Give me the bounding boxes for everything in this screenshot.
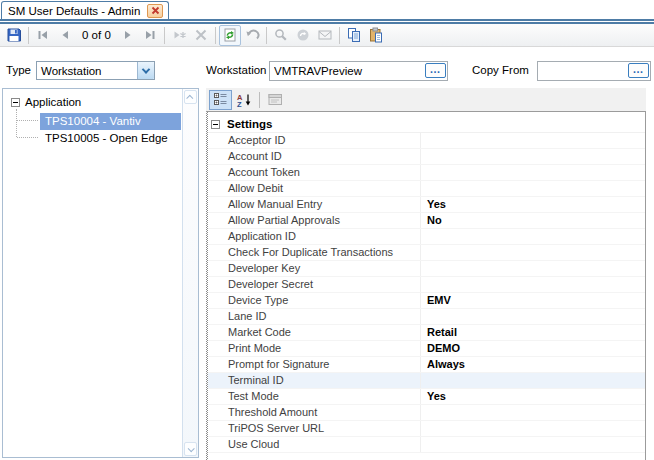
property-pages-button[interactable] [264,90,287,110]
previous-record-button[interactable] [54,25,76,46]
tree-root-application[interactable]: Application [11,96,81,108]
workstation-input[interactable] [269,61,448,81]
tab-sm-user-defaults[interactable]: SM User Defaults - Admin [1,1,169,19]
type-dropdown-button[interactable] [137,62,154,79]
property-row[interactable]: Device Type EMV [206,293,645,309]
property-row[interactable]: Account Token [206,165,645,181]
last-record-button[interactable] [139,25,161,46]
property-row-indent [206,309,224,324]
property-name: Prompt for Signature [224,357,421,372]
tree-scrollbar[interactable] [182,89,198,457]
collapse-icon[interactable] [11,98,20,107]
first-record-button[interactable] [32,25,54,46]
tab-close-button[interactable] [147,4,163,18]
property-value [421,165,645,180]
app-window: SM User Defaults - Admin [0,0,654,460]
property-row-indent [206,325,224,340]
alphabetical-sort-button[interactable]: A Z [232,90,255,110]
property-row[interactable]: Terminal ID [206,373,645,389]
paste-icon [368,27,384,43]
refresh-icon [222,27,238,43]
categorized-icon [214,93,227,106]
email-icon [317,27,333,43]
toolbar-separator [164,27,165,44]
property-name: Account ID [224,149,421,164]
category-row-settings[interactable]: Settings [206,116,645,133]
property-grid-toolbar: A Z [206,88,646,111]
property-row-indent [206,341,224,356]
last-record-icon [142,27,158,43]
property-value [421,181,645,196]
scroll-down-button[interactable] [184,442,197,456]
property-row[interactable]: Developer Secret [206,277,645,293]
property-row[interactable]: Check For Duplicate Transactions [206,245,645,261]
property-row[interactable]: Acceptor ID [206,133,645,149]
collapse-icon[interactable] [211,120,220,129]
workstation-label: Workstation [206,64,267,76]
new-record-button[interactable] [168,25,190,46]
property-value: Always [421,357,645,372]
delete-record-button[interactable] [190,25,212,46]
property-rows: Acceptor ID Account ID Account Token All… [206,133,645,453]
tree-item[interactable]: TPS10004 - Vantiv [40,113,181,130]
property-name: Market Code [224,325,421,340]
property-pages-icon [268,93,283,106]
property-name: Application ID [224,229,421,244]
email-button[interactable] [314,25,336,46]
refresh-button[interactable] [219,25,241,46]
property-row[interactable]: Threshold Amount [206,405,645,421]
undo-button[interactable] [241,25,263,46]
property-name: Account Token [224,165,421,180]
paste-button[interactable] [365,25,387,46]
save-icon [6,27,22,43]
property-value: No [421,213,645,228]
new-record-icon [171,27,187,43]
print-preview-button[interactable] [270,25,292,46]
copy-from-browse-button[interactable]: … [628,63,649,78]
property-row[interactable]: Lane ID [206,309,645,325]
property-row[interactable]: Application ID [206,229,645,245]
property-row[interactable]: Allow Partial Approvals No [206,213,645,229]
property-name: Print Mode [224,341,421,356]
tree-item[interactable]: TPS10005 - Open Edge [40,130,181,147]
property-row-indent [206,229,224,244]
property-row[interactable]: Account ID [206,149,645,165]
property-row[interactable]: Test Mode Yes [206,389,645,405]
copy-from-label: Copy From [472,64,529,76]
chevron-down-icon [188,445,195,452]
tab-underline-top [0,19,654,21]
property-row-indent [206,165,224,180]
property-row[interactable]: Allow Debit [206,181,645,197]
property-name: Developer Key [224,261,421,276]
type-select[interactable]: Workstation [36,61,155,80]
property-row[interactable]: Market Code Retail [206,325,645,341]
property-value [421,373,645,388]
save-button[interactable] [3,25,25,46]
property-row-indent [206,181,224,196]
copy-button[interactable] [343,25,365,46]
categorized-view-button[interactable] [209,90,232,110]
property-row-indent [206,373,224,388]
property-value [421,133,645,148]
scroll-up-button[interactable] [184,90,197,104]
property-row-indent [206,421,224,436]
copy-icon [346,27,362,43]
toolbar-separator [339,27,340,44]
property-row[interactable]: TriPOS Server URL [206,421,645,437]
next-record-icon [120,27,136,43]
next-record-button[interactable] [117,25,139,46]
property-row[interactable]: Prompt for Signature Always [206,357,645,373]
svg-text:Z: Z [237,99,242,107]
tree-root-label: Application [25,96,81,108]
help-button[interactable] [292,25,314,46]
property-row[interactable]: Use Cloud [206,437,645,453]
property-value [421,405,645,420]
application-tree-panel: Application TPS10004 - Vantiv TPS10005 -… [2,88,199,458]
property-row[interactable]: Developer Key [206,261,645,277]
property-row-indent [206,437,224,452]
workstation-browse-button[interactable]: … [425,63,446,78]
property-row[interactable]: Print Mode DEMO [206,341,645,357]
property-value: EMV [421,293,645,308]
property-row[interactable]: Allow Manual Entry Yes [206,197,645,213]
property-value: Yes [421,197,645,212]
